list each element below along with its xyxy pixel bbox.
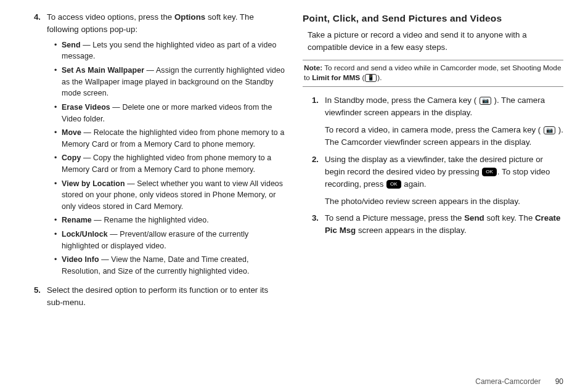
step-body: To access video options, press the Optio…	[47, 11, 285, 279]
option-name: Move	[62, 128, 81, 137]
step-body: In Standby mode, press the Camera key ( …	[325, 94, 563, 149]
bullet-dot: •	[54, 39, 62, 62]
option-name: Send	[62, 41, 81, 49]
option-name: Video Info	[62, 255, 99, 264]
option-desc: — Copy the highlighted video from phone …	[62, 153, 271, 174]
option-name: Set As Main Wallpaper	[62, 66, 144, 75]
manual-page: 4. To access video options, press the Op…	[0, 0, 588, 392]
text: In Standby mode, press the Camera key (	[325, 96, 476, 105]
list-item: •Video Info — View the Name, Date and Ti…	[54, 254, 285, 277]
send-label: Send	[464, 213, 484, 223]
list-item: •Set As Main Wallpaper — Assign the curr…	[54, 65, 285, 99]
bullet-dot: •	[54, 178, 62, 213]
options-bullet-list: •Send — Lets you send the highlighted vi…	[47, 39, 285, 277]
section-heading: Point, Click, and Send Pictures and Vide…	[303, 11, 563, 25]
option-name: View by Location	[62, 179, 125, 188]
bullet-dot: •	[54, 254, 62, 277]
bullet-dot: •	[54, 229, 62, 251]
bullet-dot: •	[54, 152, 62, 175]
camera-key-icon	[544, 126, 555, 134]
ok-key-icon: OK	[482, 168, 497, 176]
ok-key-icon: OK	[386, 180, 401, 189]
option-name: Copy	[62, 153, 81, 162]
text: To send a Picture message, press the	[325, 213, 464, 223]
footer-section: Camera-Camcorder	[475, 377, 541, 386]
left-column: 4. To access video options, press the Op…	[25, 11, 285, 372]
text: To record a video, in camera mode, press…	[325, 125, 541, 134]
list-item: •Lock/Unlock — Prevent/allow erasure of …	[54, 229, 285, 251]
step-3: 3. To send a Picture message, press the …	[303, 212, 563, 237]
mms-icon	[365, 74, 377, 82]
list-item: •Rename — Rename the highlighted video.	[54, 214, 285, 226]
option-desc: — Lets you send the highlighted video as…	[62, 41, 276, 61]
bullet-dot: •	[54, 127, 62, 150]
options-label: Options	[174, 12, 205, 22]
option-name: Rename	[62, 216, 92, 224]
two-column-layout: 4. To access video options, press the Op…	[25, 11, 563, 372]
text: To access video options, press the	[47, 12, 174, 22]
option-desc: — Rename the highlighted video.	[92, 216, 209, 224]
list-item: •Send — Lets you send the highlighted vi…	[54, 39, 285, 62]
text: soft key. The	[484, 213, 535, 223]
option-name: Lock/Unlock	[62, 230, 108, 239]
section-intro: Take a picture or record a video and sen…	[308, 29, 563, 54]
text: The photo/video review screen appears in…	[325, 195, 563, 208]
note-text: ).	[377, 73, 382, 82]
note-label: Note:	[304, 63, 322, 72]
step-5: 5. Select the desired option to perform …	[25, 284, 285, 309]
note-text: (	[360, 73, 364, 82]
option-desc: — Relocate the highlighted video from ph…	[62, 128, 284, 149]
note-box: Note: To record and send a video while i…	[303, 60, 563, 87]
camera-key-icon	[480, 97, 491, 105]
bullet-dot: •	[54, 65, 62, 99]
list-item: •View by Location — Select whether you w…	[54, 178, 285, 213]
step-number: 5.	[25, 284, 47, 309]
list-item: •Erase Videos — Delete one or more marke…	[54, 102, 285, 125]
step-2: 2. Using the display as a viewfinder, ta…	[303, 153, 563, 208]
option-name: Erase Videos	[62, 103, 110, 112]
step-number: 2.	[303, 153, 325, 208]
text: screen appears in the display.	[356, 226, 466, 235]
right-column: Point, Click, and Send Pictures and Vide…	[303, 11, 563, 372]
step-1: 1. In Standby mode, press the Camera key…	[303, 94, 563, 149]
note-bold: Limit for MMS	[312, 73, 360, 82]
list-item: •Copy — Copy the highlighted video from …	[54, 152, 285, 175]
step-number: 3.	[303, 212, 325, 237]
step-number: 1.	[303, 94, 325, 149]
step-number: 4.	[25, 11, 47, 279]
bullet-dot: •	[54, 214, 62, 226]
step-body: Using the display as a viewfinder, take …	[325, 153, 563, 208]
page-number: 90	[555, 377, 563, 386]
bullet-dot: •	[54, 102, 62, 125]
list-item: •Move — Relocate the highlighted video f…	[54, 127, 285, 150]
text: again.	[402, 179, 427, 189]
step-body: Select the desired option to perform its…	[47, 284, 285, 309]
step-4: 4. To access video options, press the Op…	[25, 11, 285, 279]
page-footer: Camera-Camcorder 90	[25, 372, 563, 386]
step-body: To send a Picture message, press the Sen…	[325, 212, 563, 237]
